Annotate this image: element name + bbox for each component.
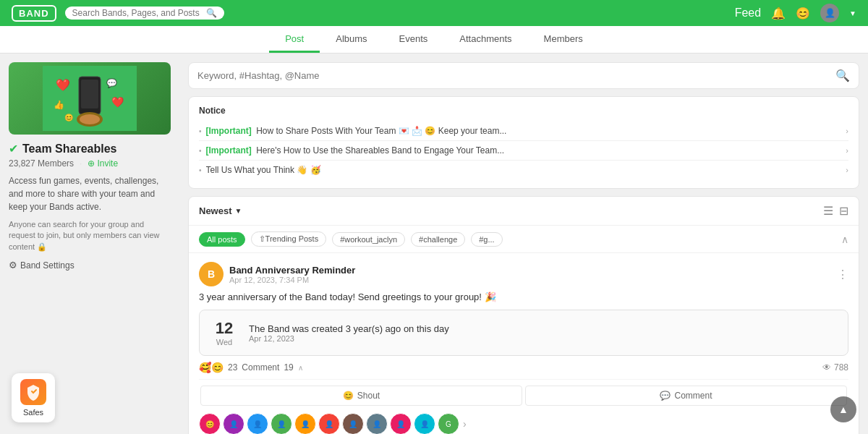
- invite-button[interactable]: ⊕ Invite: [88, 158, 118, 169]
- sub-nav: Post Albums Events Attachments Members: [0, 26, 868, 54]
- filter-all-posts[interactable]: All posts: [199, 232, 245, 247]
- comment-icon: 💬: [660, 391, 671, 401]
- notice-title: Notice: [199, 106, 848, 116]
- band-settings[interactable]: ⚙ Band Settings: [9, 260, 171, 271]
- settings-label: Band Settings: [20, 260, 75, 271]
- views-icon: 👁: [822, 362, 831, 373]
- commenter-avatar-1[interactable]: 😊: [199, 413, 221, 434]
- right-content: 🔍 Notice • [Important] How to Share Post…: [179, 54, 868, 434]
- comment-count: 19: [284, 362, 293, 373]
- post1-actions: 😊 Shout 💬 Comment: [199, 386, 848, 406]
- post1-body: 3 year anniversary of the Band today! Se…: [199, 291, 848, 304]
- band-name-row: ✔ Team Shareables: [9, 142, 171, 156]
- filter-trending[interactable]: ⇧Trending Posts: [251, 231, 327, 247]
- members-count: 23,827 Members: [9, 158, 74, 169]
- post1-reactions: 🥰😊 23 Comment 19 ∧ 👁 788: [199, 362, 848, 380]
- avatars-row: 😊 👤 👤 👤 👤 👤 👤 👤 👤 👤 G ›: [199, 413, 848, 434]
- post1-meta: Band Anniversary Reminder Apr 12, 2023, …: [229, 265, 355, 284]
- filter-more[interactable]: #g...: [471, 232, 502, 247]
- notice-body-2: Here's How to Use the Shareables Band to…: [256, 145, 504, 156]
- avatars-more-icon[interactable]: ›: [463, 418, 467, 430]
- commenter-avatar-8[interactable]: 👤: [366, 413, 388, 434]
- top-nav: BAND 🔍 Feed 🔔 😊 👤 ▼: [0, 0, 868, 26]
- messages-icon[interactable]: 😊: [796, 7, 810, 20]
- commenter-avatar-10[interactable]: 👤: [414, 413, 435, 434]
- notice-chevron-2: ›: [846, 146, 848, 155]
- filter-workout[interactable]: #workout_jaclyn: [332, 232, 405, 247]
- comment-button[interactable]: 💬 Comment: [525, 386, 847, 406]
- post1-header: B Band Anniversary Reminder Apr 12, 2023…: [199, 262, 848, 286]
- shout-icon: 😊: [343, 391, 354, 401]
- filter-collapse-icon[interactable]: ∧: [841, 234, 848, 245]
- posts-section: Newest ▼ ☰ ⊟ All posts ⇧Trending Posts #…: [188, 196, 859, 434]
- svg-rect-2: [81, 80, 98, 109]
- safes-widget[interactable]: Safes: [12, 373, 55, 422]
- reaction-emojis: 🥰😊: [199, 362, 224, 373]
- commenter-avatar-11[interactable]: G: [438, 413, 459, 434]
- post1-author: Band Anniversary Reminder: [229, 265, 355, 276]
- grid-view-icon[interactable]: ⊟: [839, 204, 848, 218]
- tab-events[interactable]: Events: [383, 26, 444, 53]
- notice-chevron-1: ›: [846, 127, 848, 135]
- commenter-avatar-7[interactable]: 👤: [342, 413, 364, 434]
- list-view-icon[interactable]: ☰: [823, 204, 833, 218]
- notice-body-1: How to Share Posts With Your Team 💌 📩 😊 …: [256, 126, 506, 136]
- post1-menu-icon[interactable]: ⋮: [837, 268, 848, 281]
- members-row: 23,827 Members · ⊕ Invite: [9, 158, 171, 169]
- global-search-bar[interactable]: 🔍: [65, 7, 224, 20]
- band-name: Team Shareables: [22, 142, 116, 156]
- invite-label: Invite: [97, 158, 118, 169]
- user-avatar[interactable]: 👤: [820, 4, 839, 22]
- content-search-input[interactable]: [197, 70, 830, 81]
- commenter-avatar-3[interactable]: 👤: [247, 413, 268, 434]
- commenter-avatar-9[interactable]: 👤: [390, 413, 412, 434]
- anniversary-weekday: Wed: [210, 338, 239, 346]
- anniversary-day: 12: [210, 319, 239, 338]
- notice-item-text-2: [Important] Here's How to Use the Sharea…: [206, 145, 842, 156]
- sort-label: Newest: [199, 205, 232, 216]
- post-item-1: B Band Anniversary Reminder Apr 12, 2023…: [189, 253, 859, 434]
- notice-chevron-3: ›: [846, 166, 848, 174]
- commenter-avatar-2[interactable]: 👤: [223, 413, 244, 434]
- scroll-top-icon: ▲: [838, 404, 848, 415]
- reaction-left: 🥰😊 23 Comment 19 ∧: [199, 362, 303, 373]
- user-menu-chevron[interactable]: ▼: [849, 9, 856, 17]
- notice-body-3: Tell Us What you Think 👋 🥳: [206, 165, 321, 175]
- notice-item-2[interactable]: • [Important] Here's How to Use the Shar…: [199, 141, 848, 161]
- reaction-count: 23: [228, 362, 237, 373]
- notice-important-1: [Important]: [206, 126, 252, 136]
- posts-header: Newest ▼ ☰ ⊟: [189, 197, 859, 226]
- tab-albums[interactable]: Albums: [320, 26, 383, 53]
- filter-row: All posts ⇧Trending Posts #workout_jacly…: [189, 226, 859, 253]
- filter-challenge[interactable]: #challenge: [411, 232, 465, 247]
- commenter-avatar-6[interactable]: 👤: [318, 413, 340, 434]
- tab-attachments[interactable]: Attachments: [443, 26, 527, 53]
- settings-gear-icon: ⚙: [9, 260, 17, 271]
- reaction-views: 👁 788: [822, 362, 848, 373]
- tab-members[interactable]: Members: [528, 26, 599, 53]
- notice-item-text-3: Tell Us What you Think 👋 🥳: [206, 165, 842, 175]
- notice-bullet-3: •: [199, 166, 202, 174]
- content-search-box[interactable]: 🔍: [188, 62, 859, 89]
- svg-point-9: [80, 114, 100, 124]
- sort-dropdown[interactable]: Newest ▼: [199, 205, 242, 216]
- notice-item-3[interactable]: • Tell Us What you Think 👋 🥳 ›: [199, 161, 848, 179]
- svg-text:❤️: ❤️: [111, 96, 124, 109]
- notifications-icon[interactable]: 🔔: [771, 7, 786, 20]
- feed-link[interactable]: Feed: [735, 7, 761, 20]
- scroll-to-top-button[interactable]: ▲: [830, 396, 856, 422]
- band-logo[interactable]: BAND: [12, 5, 56, 22]
- commenter-avatar-4[interactable]: 👤: [271, 413, 292, 434]
- invite-plus-icon: ⊕: [88, 158, 95, 169]
- tab-post[interactable]: Post: [269, 26, 320, 53]
- global-search-input[interactable]: [72, 8, 202, 18]
- notice-important-2: [Important]: [206, 145, 252, 156]
- anniversary-title: The Band was created 3 year(s) ago on th…: [249, 323, 449, 334]
- anniversary-date: 12 Wed: [210, 319, 239, 346]
- shout-button[interactable]: 😊 Shout: [200, 386, 522, 406]
- commenter-avatar-5[interactable]: 👤: [294, 413, 316, 434]
- comment-collapse-icon[interactable]: ∧: [298, 364, 303, 372]
- content-search-icon: 🔍: [835, 69, 850, 82]
- verified-icon: ✔: [9, 142, 18, 156]
- notice-item-1[interactable]: • [Important] How to Share Posts With Yo…: [199, 122, 848, 141]
